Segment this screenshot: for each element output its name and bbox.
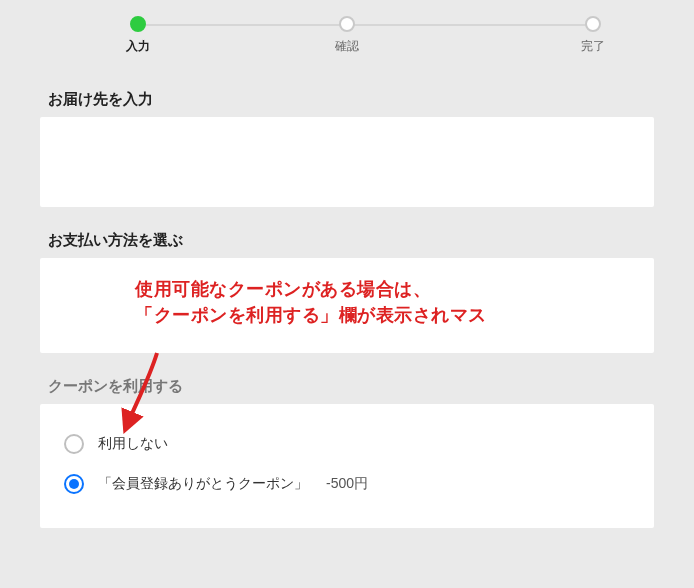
coupon-option-none[interactable]: 利用しない xyxy=(64,424,630,464)
delivery-panel xyxy=(40,117,654,207)
step-complete: 完了 xyxy=(563,16,623,55)
step-dot-icon xyxy=(130,16,146,32)
step-label: 確認 xyxy=(317,38,377,55)
step-label: 入力 xyxy=(108,38,168,55)
checkout-page: 入力 確認 完了 お届け先を入力 お支払い方法を選ぶ 使用可能なクーポンがある場… xyxy=(0,16,694,588)
payment-panel: 使用可能なクーポンがある場合は、 「クーポンを利用する」欄が表示されマス xyxy=(40,258,654,353)
coupon-heading: クーポンを利用する xyxy=(48,377,646,396)
annotation-text: 使用可能なクーポンがある場合は、 「クーポンを利用する」欄が表示されマス xyxy=(135,276,487,328)
step-label: 完了 xyxy=(563,38,623,55)
step-input: 入力 xyxy=(108,16,168,55)
step-confirm: 確認 xyxy=(317,16,377,55)
coupon-option-member[interactable]: 「会員登録ありがとうクーポン」 -500円 xyxy=(64,464,630,504)
payment-heading: お支払い方法を選ぶ xyxy=(48,231,646,250)
step-dot-icon xyxy=(339,16,355,32)
radio-icon[interactable] xyxy=(64,434,84,454)
annotation-line1: 使用可能なクーポンがある場合は、 xyxy=(135,279,431,299)
radio-icon[interactable] xyxy=(64,474,84,494)
annotation-line2: 「クーポンを利用する」欄が表示されマス xyxy=(135,305,487,325)
coupon-option-label: 利用しない xyxy=(98,435,168,453)
coupon-amount: -500円 xyxy=(326,475,368,493)
step-dot-icon xyxy=(585,16,601,32)
progress-stepper: 入力 確認 完了 xyxy=(48,16,646,66)
coupon-option-label: 「会員登録ありがとうクーポン」 xyxy=(98,475,308,493)
coupon-panel: 利用しない 「会員登録ありがとうクーポン」 -500円 xyxy=(40,404,654,528)
delivery-heading: お届け先を入力 xyxy=(48,90,646,109)
